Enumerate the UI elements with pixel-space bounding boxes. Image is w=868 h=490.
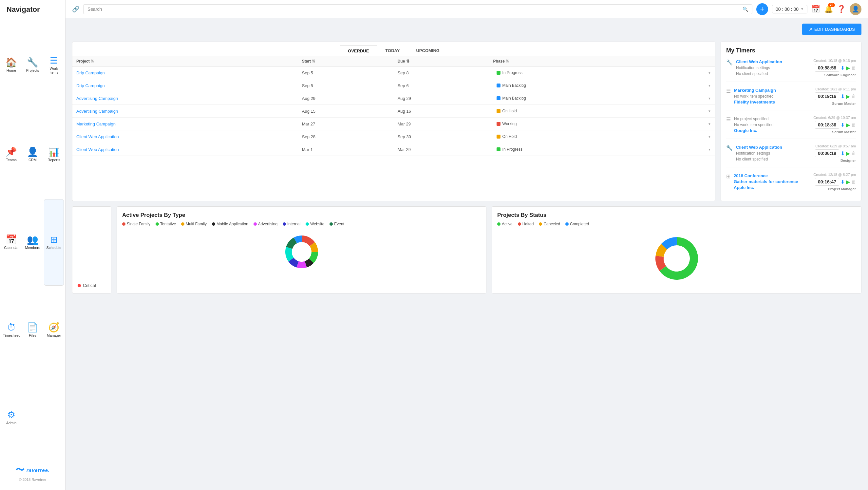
sidebar-item-timesheet[interactable]: ⏱ Timesheet	[1, 287, 21, 373]
timer-download-btn[interactable]: ⬇	[840, 122, 845, 128]
tab-today[interactable]: TODAY	[377, 45, 408, 56]
calendar-icon[interactable]: 📅	[811, 5, 820, 13]
timer-info: Client Web Application Notification sett…	[736, 144, 812, 162]
timers-title: My Timers	[726, 47, 856, 54]
calendar-icon: 📅	[6, 235, 17, 244]
sidebar-item-schedule[interactable]: ⊞ Schedule	[44, 199, 64, 286]
timer-time-display: 00:06:19	[815, 149, 839, 157]
phase-cell[interactable]: Main Backlog ▼	[489, 79, 715, 92]
project-link[interactable]: Drip Campaign	[72, 79, 298, 92]
sidebar-item-manager[interactable]: 🧭 Manager	[44, 287, 64, 373]
edit-dashboards-icon: ↗	[809, 27, 812, 32]
project-link[interactable]: Advertising Campaign	[72, 92, 298, 105]
project-link[interactable]: Advertising Campaign	[72, 105, 298, 118]
timer-delete-btn[interactable]: 🗑	[851, 151, 856, 156]
phase-label: Main Backlog	[502, 83, 526, 88]
help-icon[interactable]: ❓	[837, 5, 846, 13]
timer-delete-btn[interactable]: 🗑	[851, 65, 856, 70]
table-row: Client Web Application Mar 1 Mar 29 In P…	[72, 143, 715, 156]
timer-client-link[interactable]: Google Inc.	[734, 128, 757, 133]
phase-label: Main Backlog	[502, 96, 526, 100]
timer-link[interactable]: Gather materials for conference	[734, 179, 798, 184]
work-items-panel: OVERDUETODAYUPCOMING Project ⇅ Start ⇅ D…	[72, 41, 715, 201]
timer-type-icon: 🔧	[726, 59, 733, 65]
sidebar-item-members[interactable]: 👥 Members	[23, 199, 42, 286]
timer-button[interactable]: 00 : 00 : 00 ▼	[772, 5, 807, 13]
timer-play-btn[interactable]: ▶	[846, 179, 850, 185]
timer-download-btn[interactable]: ⬇	[840, 65, 845, 71]
timer-play-btn[interactable]: ▶	[846, 150, 850, 157]
timer-right: Created: 6/29 @ 10:37 am 00:18:36 ⬇ ▶ 🗑 …	[813, 116, 856, 134]
sidebar-item-home[interactable]: 🏠 Home	[1, 20, 21, 111]
critical-text: Critical	[83, 283, 96, 288]
legend-dot	[539, 222, 542, 226]
start-date: Mar 1	[298, 143, 394, 156]
timer-play-btn[interactable]: ▶	[846, 122, 850, 128]
search-input[interactable]	[88, 6, 743, 12]
sidebar-item-teams[interactable]: 📌 Teams	[1, 112, 21, 198]
timer-client-link[interactable]: Fidelity Investments	[734, 99, 775, 104]
timer-download-btn[interactable]: ⬇	[840, 150, 845, 157]
timer-info: Marketing Campaign No work item specifie…	[734, 87, 812, 105]
sidebar-label-work-items: Work Items	[45, 66, 63, 74]
project-link[interactable]: Marketing Campaign	[72, 118, 298, 130]
timer-link[interactable]: Marketing Campaign	[734, 88, 776, 93]
critical-panel: Critical	[72, 206, 112, 294]
project-link[interactable]: Client Web Application	[72, 130, 298, 143]
edit-dashboards-button[interactable]: ↗ EDIT DASHBOARDS	[802, 24, 862, 35]
phase-cell[interactable]: Main Backlog ▼	[489, 92, 715, 105]
sidebar-item-admin[interactable]: ⚙ Admin	[1, 374, 21, 461]
edit-dashboards-label: EDIT DASHBOARDS	[814, 27, 855, 32]
critical-dot	[78, 284, 81, 287]
work-items-tbody: Drip Campaign Sep 5 Sep 8 In Progress ▼ …	[72, 66, 715, 156]
start-date: Mar 27	[298, 118, 394, 130]
timer-type-icon: ⊞	[726, 173, 731, 180]
link-icon[interactable]: 🔗	[72, 6, 79, 13]
phase-label: On Hold	[502, 109, 517, 113]
sidebar-item-calendar[interactable]: 📅 Calendar	[1, 199, 21, 286]
legend-label: Single Family	[127, 222, 150, 226]
sidebar-item-projects[interactable]: 🔧 Projects	[23, 20, 42, 111]
phase-caret: ▼	[708, 122, 711, 126]
phase-cell[interactable]: Working ▼	[489, 118, 715, 130]
project-link[interactable]: Client Web Application	[72, 143, 298, 156]
phase-cell[interactable]: On Hold ▼	[489, 130, 715, 143]
timer-time-display: 00:18:36	[815, 121, 839, 129]
timer-delete-btn[interactable]: 🗑	[851, 122, 856, 127]
timer-client-link[interactable]: Apple Inc.	[734, 185, 754, 190]
active-projects-panel: Active Projects By Type Single Family Te…	[117, 206, 487, 294]
tab-overdue[interactable]: OVERDUE	[340, 45, 377, 56]
timer-entry: ☰ No project specified No work item spec…	[726, 116, 856, 139]
logo-text: ravetree.	[27, 467, 50, 473]
timer-right: Created: 10/1 @ 6:11 pm 00:19:16 ⬇ ▶ 🗑 S…	[815, 87, 856, 105]
app-title: Navigator	[0, 5, 40, 14]
timer-delete-btn[interactable]: 🗑	[851, 179, 856, 184]
timer-play-btn[interactable]: ▶	[846, 65, 850, 71]
timer-link[interactable]: Client Web Application	[736, 59, 782, 64]
timer-download-btn[interactable]: ⬇	[840, 179, 845, 185]
phase-cell[interactable]: In Progress ▼	[489, 66, 715, 79]
timer-link[interactable]: Client Web Application	[736, 145, 782, 150]
timer-play-btn[interactable]: ▶	[846, 93, 850, 99]
sidebar-item-crm[interactable]: 👤 CRM	[23, 112, 42, 198]
timer-controls: 00:18:36 ⬇ ▶ 🗑	[815, 121, 856, 129]
timer-delete-btn[interactable]: 🗑	[851, 94, 856, 99]
projects-status-panel: Projects By Status Active Halted Cancele…	[492, 206, 862, 294]
legend-item: Canceled	[539, 222, 560, 226]
sidebar-item-reports[interactable]: 📊 Reports	[44, 112, 64, 198]
sidebar-label-timesheet: Timesheet	[3, 333, 20, 337]
timer-entry: ⊞ 2018 Conference Gather materials for c…	[726, 173, 856, 195]
timer-link[interactable]: 2018 Conference	[734, 173, 768, 178]
project-link[interactable]: Drip Campaign	[72, 66, 298, 79]
tab-upcoming[interactable]: UPCOMING	[408, 45, 448, 56]
timer-download-btn[interactable]: ⬇	[840, 93, 845, 99]
sidebar-label-calendar: Calendar	[4, 246, 19, 250]
phase-cell[interactable]: In Progress ▼	[489, 143, 715, 156]
user-avatar[interactable]: 👤	[850, 3, 862, 15]
notification-icon[interactable]: 🔔 70	[824, 5, 833, 13]
phase-cell[interactable]: On Hold ▼	[489, 105, 715, 118]
sidebar-item-work-items[interactable]: ☰ Work Items	[44, 20, 64, 111]
add-button[interactable]: +	[756, 3, 768, 15]
sidebar-item-files[interactable]: 📄 Files	[23, 287, 42, 373]
copyright: © 2018 Ravetree	[19, 478, 46, 482]
